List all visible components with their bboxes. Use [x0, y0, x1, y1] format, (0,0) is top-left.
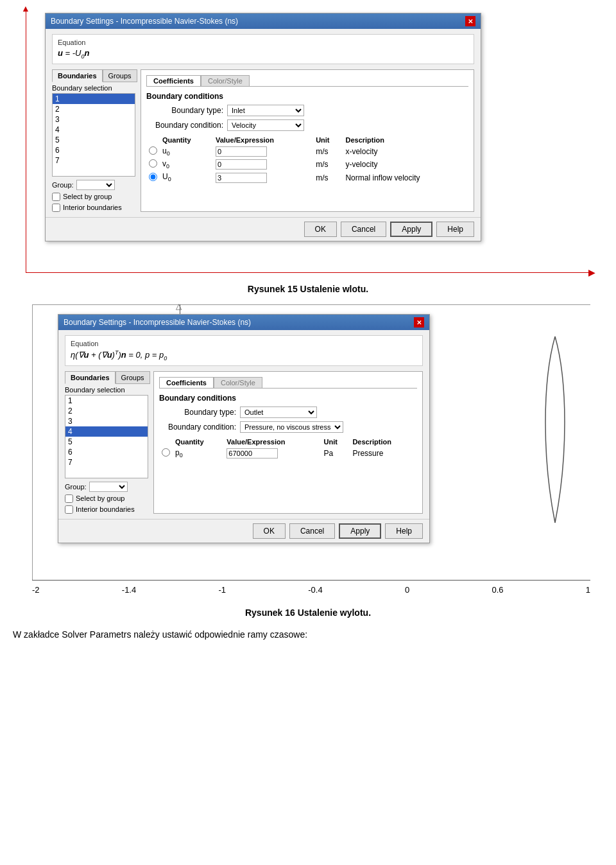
dialog2-coeff-tab-coefficients[interactable]: Coefficients — [159, 377, 214, 388]
dialog1-boundary-condition-select[interactable]: Velocity — [227, 119, 304, 131]
dialog1-table-header-value: Value/Expression — [213, 135, 313, 145]
dialog1-tab-groups[interactable]: Groups — [103, 69, 137, 82]
dialog1-group-select[interactable] — [76, 180, 115, 190]
dialog2-close-button[interactable]: ✕ — [414, 317, 424, 328]
dialog2-main-content: Boundaries Groups Boundary selection 1 2… — [65, 371, 423, 514]
dialog1-boundary-condition-label: Boundary condition: — [146, 121, 223, 130]
bottom-text: W zakładce Solver Parametrs należy ustaw… — [13, 628, 603, 642]
dialog1-quantity-table: Quantity Value/Expression Unit Descripti… — [146, 135, 468, 184]
top-border-line — [32, 304, 590, 305]
dialog1-table-header-desc: Description — [343, 135, 468, 145]
dialog1-bc-label: Boundary conditions — [146, 92, 468, 101]
figure1-label: Rysunek 15 Ustalenie wlotu. — [13, 284, 603, 294]
dialog2-boundary-condition-select[interactable]: Pressure, no viscous stress — [240, 421, 343, 433]
table-row: v0 m/s y-velocity — [146, 158, 468, 171]
dialog1-radio-u0[interactable] — [149, 146, 157, 155]
dialog1-radio-U0[interactable] — [149, 173, 157, 181]
dialog1-boundary-list[interactable]: 1 2 3 4 5 6 7 — [52, 93, 135, 177]
dialog1-boundary-type-select[interactable]: Inlet — [227, 105, 304, 116]
dialog1-qty-v0: v0 — [160, 158, 213, 171]
list-item[interactable]: 1 — [65, 396, 148, 406]
dialog1-value-U0[interactable] — [216, 173, 267, 183]
dialog1: Boundary Settings - Incompressible Navie… — [45, 13, 481, 241]
dialog2-boundary-type-select[interactable]: Outlet — [240, 406, 317, 418]
dialog2-value-p0[interactable] — [227, 448, 278, 459]
dialog1-boundary-selection-label: Boundary selection — [52, 84, 135, 92]
dialog1-value-u0[interactable] — [216, 146, 267, 157]
list-item[interactable]: 7 — [53, 155, 135, 166]
dialog2-tab-groups[interactable]: Groups — [116, 371, 150, 384]
list-item[interactable]: 2 — [65, 406, 148, 416]
dialog2-select-by-group-label: Select by group — [76, 494, 124, 502]
dialog1-footer: OK Cancel Apply Help — [46, 217, 481, 241]
dialog2-boundary-condition-row: Boundary condition: Pressure, no viscous… — [159, 421, 417, 433]
dialog2-cancel-button[interactable]: Cancel — [289, 523, 335, 539]
dialog1-main-content: Boundaries Groups Boundary selection 1 2… — [52, 69, 474, 212]
list-item[interactable]: 6 — [65, 447, 148, 457]
table-row: u0 m/s x-velocity — [146, 145, 468, 158]
list-item[interactable]: 1 — [53, 94, 135, 104]
list-item[interactable]: 7 — [65, 457, 148, 467]
dialog2-table-header-unit: Unit — [321, 437, 350, 447]
dialog1-group-label: Group: — [52, 181, 74, 189]
dialog2-apply-button[interactable]: Apply — [339, 523, 381, 539]
dialog2-boundary-list[interactable]: 1 2 3 4 5 6 7 — [65, 395, 148, 478]
dialog2-boundary-condition-label: Boundary condition: — [159, 423, 236, 432]
list-item[interactable]: 5 — [53, 135, 135, 145]
dialog2-tab-boundaries[interactable]: Boundaries — [65, 371, 116, 384]
dialog1-interior-boundaries-checkbox[interactable] — [52, 204, 60, 212]
dialog1-help-button[interactable]: Help — [436, 222, 474, 237]
list-item[interactable]: 6 — [53, 145, 135, 155]
list-item[interactable]: 4 — [53, 125, 135, 135]
dialog2-title: Boundary Settings - Incompressible Navie… — [64, 318, 251, 327]
list-item[interactable]: 5 — [65, 437, 148, 447]
dialog1-cancel-button[interactable]: Cancel — [341, 222, 386, 237]
dialog2-group-select[interactable] — [89, 482, 128, 492]
dialog2-qty-p0: p0 — [173, 447, 224, 460]
y-axis-arrow-top: ▲ — [21, 3, 30, 13]
dialog1-boundary-tabs: Boundaries Groups — [52, 69, 135, 82]
dialog2-radio-p0[interactable] — [162, 448, 170, 457]
dialog2-coeff-tab-color-style[interactable]: Color/Style — [214, 377, 262, 388]
dialog1-close-button[interactable]: ✕ — [465, 16, 475, 26]
dialog1-radio-v0[interactable] — [149, 159, 157, 168]
dialog1-select-by-group-checkbox[interactable] — [52, 193, 60, 201]
figure2-label: Rysunek 16 Ustalenie wylotu. — [13, 607, 603, 618]
dialog1-table-header-quantity: Quantity — [160, 135, 213, 145]
dialog1-value-v0[interactable] — [216, 159, 267, 170]
dialog2-equation-formula: η(∇u + (∇u)T)n = 0, p = p0 — [71, 349, 417, 362]
list-item[interactable]: 2 — [53, 104, 135, 114]
dialog2-boundary-type-label: Boundary type: — [159, 408, 236, 417]
dialog2: Boundary Settings - Incompressible Navie… — [58, 314, 430, 543]
x-tick-3: -1 — [218, 585, 226, 595]
dialog1-ok-button[interactable]: OK — [304, 222, 337, 237]
dialog1-apply-button[interactable]: Apply — [390, 222, 432, 237]
x-axis-arrow-top: ▶ — [588, 267, 595, 277]
dialog2-help-button[interactable]: Help — [385, 523, 423, 539]
dialog2-select-by-group-row: Select by group — [65, 494, 148, 503]
dialog1-coeff-tab-coefficients[interactable]: Coefficients — [146, 75, 201, 86]
dialog2-boundary-selection-label: Boundary selection — [65, 386, 148, 394]
list-item[interactable]: 4 — [65, 426, 148, 437]
x-tick-6: 0.6 — [492, 585, 503, 595]
dialog2-select-by-group-checkbox[interactable] — [65, 494, 73, 503]
dialog1-tab-boundaries[interactable]: Boundaries — [52, 69, 103, 82]
dialog1-coeff-tab-color-style[interactable]: Color/Style — [201, 75, 250, 86]
dialog2-body: Equation η(∇u + (∇u)T)n = 0, p = p0 Boun… — [58, 330, 429, 519]
dialog2-ok-button[interactable]: OK — [253, 523, 286, 539]
dialog1-right-panel: Coefficients Color/Style Boundary condit… — [141, 69, 474, 212]
dialog1-desc-v0: y-velocity — [343, 158, 468, 171]
dialog1-table-header-unit: Unit — [313, 135, 343, 145]
list-item[interactable]: 3 — [65, 416, 148, 426]
x-tick-5: 0 — [405, 585, 409, 595]
dialog2-group-row: Group: — [65, 482, 148, 492]
dialog2-titlebar: Boundary Settings - Incompressible Navie… — [58, 315, 429, 330]
x-tick-4: -0.4 — [308, 585, 322, 595]
axis-area-top: ▲ ▶ Boundary Settings - Incompressible N… — [13, 6, 603, 276]
x-tick-labels: -2 -1.4 -1 -0.4 0 0.6 1 — [32, 585, 590, 595]
dialog1-select-by-group-row: Select by group — [52, 193, 135, 201]
dialog1-equation-formula: u = -U0n — [58, 48, 468, 60]
dialog2-equation-section: Equation η(∇u + (∇u)T)n = 0, p = p0 — [65, 335, 423, 366]
dialog2-interior-boundaries-checkbox[interactable] — [65, 505, 73, 514]
list-item[interactable]: 3 — [53, 114, 135, 125]
